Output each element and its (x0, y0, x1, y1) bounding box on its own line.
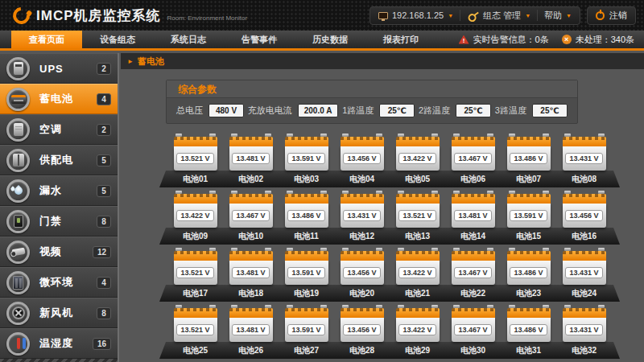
ip-selector[interactable]: 192.168.1.25 ▼ (378, 10, 453, 20)
battery-cap (285, 137, 328, 146)
monitor-app-window: IMCP机房监控系统 Room: Environment Monitor 192… (0, 0, 644, 362)
battery-unit[interactable]: 13.431 V (334, 191, 390, 228)
battery-voltage: 13.481 V (232, 267, 269, 278)
sidebar-item-label: 门禁 (39, 214, 62, 228)
battery-unit[interactable]: 13.431 V (556, 248, 612, 285)
battery-unit[interactable]: 13.456 V (556, 191, 612, 228)
battery-unit[interactable]: 13.521 V (390, 191, 445, 228)
battery-cap (285, 308, 328, 318)
sidebar-item-water-leak[interactable]: 漏水5 (0, 175, 118, 206)
summary-panel-title: 综合参数 (167, 80, 577, 98)
battery-unit[interactable]: 13.481 V (223, 305, 279, 342)
tab-alarm-events[interactable]: 告警事件 (224, 31, 295, 48)
sidebar-item-ups[interactable]: UPS2 (0, 53, 118, 84)
sidebar-item-fresh-air[interactable]: 新风机8 (0, 298, 118, 328)
help-menu[interactable]: 帮助 ▼ (544, 10, 572, 22)
battery-cap (229, 251, 273, 261)
battery-icon: 13.456 V (563, 191, 606, 228)
tab-view-page[interactable]: 查看页面 (11, 31, 82, 48)
sidebar-item-label: 视频 (39, 245, 62, 259)
battery-voltage: 13.422 V (398, 153, 436, 164)
battery-icon (6, 88, 30, 111)
battery-icon: 13.481 V (229, 248, 273, 285)
battery-name: 电池04 (334, 171, 390, 187)
battery-unit[interactable]: 13.422 V (390, 134, 445, 171)
battery-unit[interactable]: 13.456 V (334, 248, 390, 285)
battery-unit[interactable]: 13.422 V (167, 191, 223, 228)
battery-unit[interactable]: 13.521 V (167, 305, 223, 342)
battery-body: 13.422 V (396, 261, 440, 285)
unprocessed-alarm-status[interactable]: × 未处理：340条 (562, 34, 634, 46)
breadcrumb[interactable]: 蓄电池 (138, 56, 164, 68)
sidebar-item-aircon[interactable]: 空调2 (0, 114, 118, 145)
tab-system-log[interactable]: 系统日志 (153, 31, 224, 48)
battery-unit[interactable]: 13.431 V (556, 305, 612, 342)
device-count-badge: 2 (97, 63, 111, 75)
field-value: 25℃ (456, 104, 491, 117)
battery-unit[interactable]: 13.456 V (334, 305, 390, 342)
tab-history-data[interactable]: 历史数据 (295, 31, 365, 48)
nav-tabbar: 查看页面设备组态系统日志告警事件历史数据报表打印 ! 实时告警信息：0条 × 未… (0, 31, 644, 51)
battery-body: 13.591 V (285, 261, 328, 285)
battery-name: 电池13 (390, 228, 445, 245)
battery-cap (285, 194, 328, 204)
battery-shelf: 电池25电池26电池27电池28电池29电池30电池31电池32 (159, 342, 620, 359)
battery-unit[interactable]: 13.467 V (445, 134, 501, 171)
battery-voltage: 13.456 V (343, 267, 380, 278)
battery-unit[interactable]: 13.431 V (556, 134, 612, 171)
battery-unit[interactable]: 13.467 V (445, 305, 501, 342)
battery-voltage: 13.591 V (287, 267, 324, 278)
sidebar-item-temp-humidity[interactable]: 温湿度16 (0, 328, 118, 359)
battery-unit[interactable]: 13.591 V (279, 134, 334, 171)
battery-body: 13.456 V (341, 146, 384, 171)
battery-unit[interactable]: 13.486 V (501, 248, 556, 285)
battery-unit[interactable]: 13.456 V (334, 134, 390, 171)
battery-voltage: 13.521 V (176, 267, 213, 278)
realtime-alarm-status[interactable]: ! 实时告警信息：0条 (459, 34, 549, 46)
device-sidebar: UPS2蓄电池4空调2供配电5漏水5门禁8视频12微环境4新风机8温湿度16 (0, 53, 119, 362)
battery-body: 13.481 V (452, 204, 495, 228)
battery-unit[interactable]: 13.481 V (223, 134, 279, 171)
battery-unit[interactable]: 13.481 V (445, 191, 501, 228)
battery-unit[interactable]: 13.467 V (223, 191, 279, 228)
battery-unit[interactable]: 13.591 V (279, 305, 334, 342)
sidebar-item-micro-env[interactable]: 微环境4 (0, 267, 118, 298)
battery-body: 13.422 V (174, 204, 217, 228)
video-icon (6, 241, 30, 264)
battery-cap (396, 194, 440, 204)
battery-cap (452, 308, 495, 318)
field-label: 总电压 (176, 105, 203, 117)
battery-voltage: 13.486 V (510, 267, 547, 278)
battery-icon: 13.431 V (563, 305, 606, 342)
config-manage-menu[interactable]: 组态 管理 ▼ (467, 10, 530, 22)
battery-voltage: 13.431 V (565, 324, 602, 335)
battery-unit[interactable]: 13.422 V (390, 305, 445, 342)
battery-cap (174, 308, 217, 318)
tab-device-config[interactable]: 设备组态 (82, 31, 153, 48)
battery-voltage: 13.521 V (176, 324, 213, 335)
sidebar-item-access-control[interactable]: 门禁8 (0, 206, 118, 237)
battery-icon: 13.521 V (174, 305, 217, 342)
battery-row: 13.521 V13.481 V13.591 V13.456 V13.422 V… (159, 305, 620, 359)
device-count-badge: 4 (97, 277, 111, 289)
battery-unit[interactable]: 13.467 V (445, 248, 501, 285)
battery-unit[interactable]: 13.521 V (167, 134, 223, 171)
battery-unit[interactable]: 13.481 V (223, 248, 279, 285)
tab-report-print[interactable]: 报表打印 (365, 31, 436, 48)
sidebar-item-video[interactable]: 视频12 (0, 237, 118, 267)
battery-unit[interactable]: 13.521 V (167, 248, 223, 285)
aircon-glyph (14, 123, 23, 136)
battery-unit[interactable]: 13.591 V (279, 248, 334, 285)
sidebar-item-power-distribution[interactable]: 供配电5 (0, 145, 118, 175)
battery-unit[interactable]: 13.486 V (501, 305, 556, 342)
sidebar-item-battery[interactable]: 蓄电池4 (0, 84, 118, 114)
battery-body: 13.467 V (452, 146, 495, 171)
battery-body: 13.521 V (396, 204, 440, 228)
logout-button[interactable]: 注销 (587, 6, 636, 25)
battery-unit[interactable]: 13.486 V (501, 134, 556, 171)
battery-unit[interactable]: 13.591 V (501, 191, 556, 228)
breadcrumb-bar: ► 蓄电池 (121, 53, 644, 69)
battery-unit[interactable]: 13.422 V (390, 248, 445, 285)
video-glyph (11, 248, 25, 257)
battery-unit[interactable]: 13.486 V (279, 191, 334, 228)
